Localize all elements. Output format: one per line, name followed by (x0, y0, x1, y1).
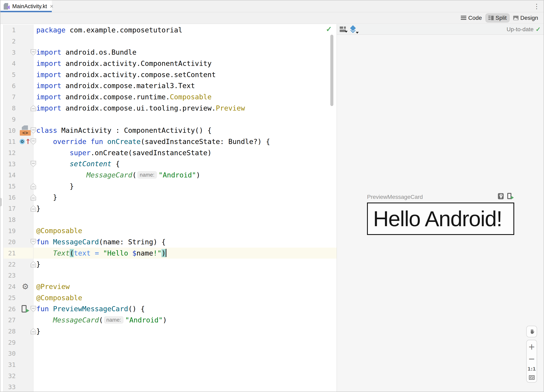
code-line[interactable]: 5import androidx.activity.compose.setCon… (0, 69, 337, 80)
code-line[interactable]: 15 } (0, 181, 337, 192)
zoom-actual-size-button[interactable]: 1:1 (527, 367, 536, 371)
line-number[interactable]: 20 (3, 238, 16, 246)
line-number[interactable]: 28 (3, 327, 16, 335)
code-text[interactable]: } (33, 192, 337, 203)
line-number[interactable]: 33 (3, 383, 16, 391)
line-number[interactable]: 7 (3, 93, 16, 101)
code-text[interactable]: import android.os.Bundle (33, 47, 337, 58)
fold-marker-icon[interactable] (31, 261, 36, 267)
fold-marker-icon[interactable] (31, 239, 36, 245)
code-line[interactable]: 2 (0, 36, 337, 47)
line-number[interactable]: 8 (3, 104, 16, 112)
line-number[interactable]: 23 (3, 272, 16, 279)
line-number[interactable]: 29 (3, 339, 16, 346)
line-number[interactable]: 3 (3, 49, 16, 56)
code-text[interactable] (33, 114, 337, 125)
line-number[interactable]: 10 (3, 127, 16, 134)
code-line[interactable]: 20fun MessageCard(name: String) { (0, 236, 337, 248)
gutter-icon-gear[interactable]: ⚙ (18, 281, 32, 292)
fold-marker-icon[interactable] (31, 138, 36, 145)
code-line[interactable]: 7import androidx.compose.runtime.Composa… (0, 91, 337, 103)
code-text[interactable]: import androidx.compose.ui.tooling.previ… (33, 103, 337, 114)
code-line[interactable]: 17} (0, 203, 337, 214)
zoom-in-button[interactable]: + (528, 343, 535, 351)
fold-marker-icon[interactable] (31, 306, 36, 312)
zoom-out-button[interactable]: − (528, 355, 535, 363)
code-text[interactable]: import androidx.activity.compose.setCont… (33, 69, 337, 80)
line-number[interactable]: 11 (3, 138, 16, 145)
code-text[interactable]: fun PreviewMessageCard() { (33, 303, 337, 315)
code-text[interactable]: MessageCard(name:"Android") (33, 169, 337, 181)
line-number[interactable]: 17 (3, 205, 16, 212)
fold-marker-icon[interactable] (31, 183, 36, 189)
line-number[interactable]: 26 (3, 305, 16, 313)
code-line[interactable]: 25@Composable (0, 292, 337, 303)
fold-marker-icon[interactable] (31, 49, 36, 55)
line-number[interactable]: 24 (3, 283, 16, 290)
code-text[interactable]: @Preview (33, 281, 337, 292)
code-text[interactable]: } (33, 181, 337, 192)
line-number[interactable]: 15 (3, 183, 16, 190)
code-text[interactable]: } (33, 326, 337, 337)
code-line[interactable]: 3import android.os.Bundle (0, 47, 337, 58)
line-number[interactable]: 30 (3, 350, 16, 357)
tool-window-handle[interactable] (0, 198, 2, 206)
code-line[interactable]: 32 (0, 370, 337, 381)
fold-marker-icon[interactable] (31, 127, 36, 134)
code-text[interactable]: MessageCard(name:"Android") (33, 315, 337, 326)
code-line[interactable]: 8import androidx.compose.ui.tooling.prev… (0, 103, 337, 114)
line-number[interactable]: 1 (3, 26, 16, 34)
code-text[interactable]: } (33, 203, 337, 214)
code-text[interactable]: setContent { (33, 158, 337, 169)
code-line[interactable]: 1package com.example.composetutorial (0, 24, 337, 36)
code-line[interactable]: 22} (0, 259, 337, 270)
fold-marker-icon[interactable] (31, 161, 36, 167)
code-line[interactable]: 23 (0, 270, 337, 281)
code-line[interactable]: 10<>class MainActivity : ComponentActivi… (0, 125, 337, 136)
editor-scrollbar[interactable] (330, 35, 333, 106)
code-text[interactable]: import androidx.activity.ComponentActivi… (33, 58, 337, 69)
fold-marker-icon[interactable] (31, 194, 36, 201)
interactive-mode-icon[interactable] (498, 193, 504, 199)
line-number[interactable]: 21 (3, 249, 16, 257)
code-line[interactable]: 19@Composable (0, 225, 337, 236)
line-number[interactable]: 25 (3, 294, 16, 302)
code-line[interactable]: 14 MessageCard(name:"Android") (0, 169, 337, 181)
code-text[interactable] (33, 381, 337, 392)
gutter-icon-override-up[interactable]: ↑ (18, 136, 32, 147)
gutter-icon-xml-layout[interactable]: <> (18, 125, 32, 136)
line-number[interactable]: 18 (3, 216, 16, 223)
line-number[interactable]: 27 (3, 316, 16, 324)
line-number[interactable]: 19 (3, 227, 16, 235)
code-line[interactable]: 12 super.onCreate(savedInstanceState) (0, 147, 337, 159)
code-text[interactable]: override fun onCreate(savedInstanceState… (33, 136, 337, 147)
code-text[interactable] (33, 270, 337, 281)
code-line[interactable]: 4import androidx.activity.ComponentActiv… (0, 58, 337, 69)
run-preview-icon[interactable] (507, 193, 514, 199)
code-line[interactable]: 16 } (0, 192, 337, 203)
line-number[interactable]: 9 (3, 116, 16, 123)
line-number[interactable]: 12 (3, 149, 16, 156)
line-number[interactable]: 14 (3, 171, 16, 179)
code-text[interactable]: super.onCreate(savedInstanceState) (33, 147, 337, 159)
line-number[interactable]: 13 (3, 160, 16, 168)
code-text[interactable]: import androidx.compose.runtime.Composab… (33, 91, 337, 103)
code-text[interactable]: import androidx.compose.material3.Text (33, 80, 337, 91)
fold-marker-icon[interactable] (31, 105, 36, 111)
line-number[interactable]: 4 (3, 60, 16, 67)
line-number[interactable]: 6 (3, 82, 16, 89)
code-line[interactable]: 29 (0, 337, 337, 348)
code-line[interactable]: 26fun PreviewMessageCard() { (0, 303, 337, 315)
fold-marker-icon[interactable] (31, 328, 36, 334)
zoom-to-fit-icon[interactable] (529, 375, 535, 380)
line-number[interactable]: 5 (3, 71, 16, 78)
inspections-ok-icon[interactable]: ✓ (326, 25, 332, 33)
code-text[interactable] (33, 348, 337, 359)
code-line[interactable]: 28} (0, 326, 337, 337)
tab-overflow-menu-icon[interactable]: ⋮ (533, 2, 540, 10)
line-number[interactable]: 16 (3, 194, 16, 201)
code-line[interactable]: 24⚙@Preview (0, 281, 337, 292)
code-text[interactable] (33, 214, 337, 225)
tab-close-icon[interactable]: × (50, 3, 54, 9)
code-line[interactable]: 31 (0, 359, 337, 370)
